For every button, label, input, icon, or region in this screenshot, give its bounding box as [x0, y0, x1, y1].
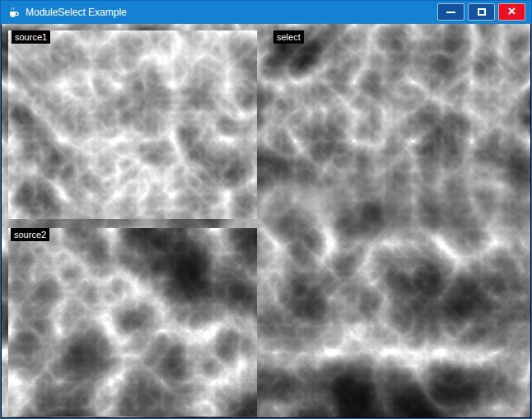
minimize-icon	[446, 12, 455, 13]
source1-label: source1	[12, 30, 50, 44]
minimize-button[interactable]	[437, 3, 464, 21]
close-button[interactable]: ×	[498, 3, 525, 21]
source2-noise-image	[8, 228, 257, 417]
maximize-button[interactable]	[468, 3, 495, 21]
source2-label: source2	[11, 228, 49, 241]
render-canvas: source1 select source2	[2, 24, 530, 417]
source1-noise-image	[8, 30, 257, 219]
titlebar[interactable]: ModuleSelect Example ×	[1, 1, 531, 24]
window-title: ModuleSelect Example	[26, 7, 127, 18]
java-coffee-cup-icon	[7, 6, 20, 19]
close-icon: ×	[508, 4, 516, 18]
select-label: select	[273, 30, 304, 44]
app-window: ModuleSelect Example ×	[0, 0, 532, 419]
window-controls: ×	[437, 3, 525, 21]
maximize-icon	[478, 8, 486, 16]
